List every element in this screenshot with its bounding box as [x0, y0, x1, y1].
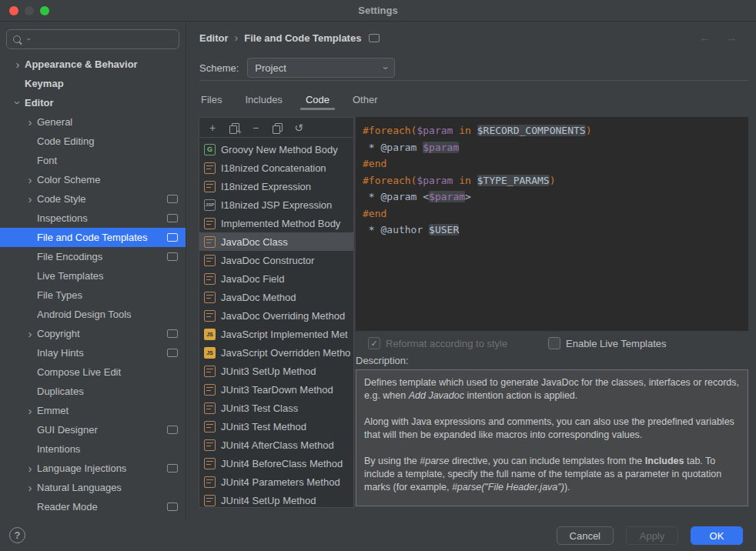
reformat-checkbox[interactable]: ✓ [368, 337, 380, 349]
sidebar-item-color-scheme[interactable]: ›Color Scheme [0, 170, 186, 189]
template-item-junit3-teardown-method[interactable]: JUnit3 TearDown Method [199, 380, 353, 399]
sidebar-item-editor[interactable]: ›Editor [0, 93, 186, 112]
template-item-junit3-test-method[interactable]: JUnit3 Test Method [199, 417, 353, 436]
copy-template-icon[interactable] [271, 122, 283, 134]
template-item-junit4-beforeclass-method[interactable]: JUnit4 BeforeClass Method [199, 454, 353, 473]
template-item-label: JavaDoc Method [221, 292, 296, 303]
sidebar-item-gui-designer[interactable]: GUI Designer [0, 420, 186, 439]
template-item-i18nized-concatenation[interactable]: I18nized Concatenation [199, 159, 353, 177]
template-item-label: JUnit3 SetUp Method [221, 366, 316, 377]
sidebar-item-label: File Types [37, 289, 82, 301]
sidebar-item-natural-languages[interactable]: ›Natural Languages [0, 478, 186, 497]
breadcrumb-item-file-and-code-templates[interactable]: File and Code Templates [244, 32, 361, 44]
template-content-editor[interactable]: #foreach($param in $RECORD_COMPONENTS) *… [356, 117, 748, 331]
sidebar-item-file-encodings[interactable]: File Encodings [0, 247, 186, 266]
description-label: Description: [356, 355, 409, 366]
sidebar-item-duplicates[interactable]: Duplicates [0, 382, 186, 401]
chevron-icon[interactable]: › [12, 96, 24, 110]
template-item-javadoc-field[interactable]: JavaDoc Field [199, 269, 353, 288]
sidebar-item-compose-live-edit[interactable]: Compose Live Edit [0, 362, 186, 382]
chevron-icon[interactable]: › [23, 328, 37, 339]
sidebar-item-code-editing[interactable]: Code Editing [0, 132, 186, 151]
code-line: #foreach($param in $RECORD_COMPONENTS) [363, 122, 741, 139]
template-item-label: I18nized Concatenation [221, 162, 326, 174]
search-input[interactable] [33, 34, 172, 45]
chevron-icon[interactable]: › [11, 58, 25, 70]
zoom-button[interactable] [40, 6, 49, 15]
sidebar-item-keymap[interactable]: Keymap [0, 74, 186, 93]
sidebar-item-live-templates[interactable]: Live Templates [0, 266, 186, 286]
close-button[interactable] [9, 6, 18, 15]
chevron-icon[interactable]: › [23, 482, 37, 493]
sidebar-item-file-types[interactable]: File Types [0, 286, 186, 305]
template-file-icon [204, 476, 216, 488]
sidebar-item-language-injections[interactable]: ›Language Injections [0, 459, 186, 478]
sidebar-item-general[interactable]: ›General [0, 112, 186, 132]
footer-buttons: Cancel Apply OK [557, 526, 743, 545]
sidebar-item-code-style[interactable]: ›Code Style [0, 189, 186, 209]
sidebar-item-emmet[interactable]: ›Emmet [0, 401, 186, 420]
back-button[interactable]: ← [699, 31, 711, 45]
template-item-i18nized-expression[interactable]: I18nized Expression [199, 177, 353, 195]
template-item-junit3-test-class[interactable]: JUnit3 Test Class [199, 399, 353, 417]
help-button[interactable]: ? [9, 527, 25, 543]
breadcrumb: Editor › File and Code Templates [199, 32, 380, 44]
live-templates-checkbox[interactable] [548, 337, 560, 349]
template-file-icon [204, 310, 216, 322]
template-item-javadoc-class[interactable]: JavaDoc Class [199, 232, 353, 251]
settings-tree: ›Appearance & BehaviorKeymap›Editor›Gene… [0, 55, 186, 516]
template-item-groovy-new-method-body[interactable]: GGroovy New Method Body [199, 140, 353, 159]
tab-includes[interactable]: Includes [243, 89, 283, 110]
search-field[interactable]: › [6, 29, 179, 49]
forward-button[interactable]: → [725, 31, 738, 45]
template-item-junit3-setup-method[interactable]: JUnit3 SetUp Method [199, 362, 353, 380]
sidebar-item-label: Language Injections [37, 463, 126, 474]
main-panel: Editor › File and Code Templates ← → Sch… [187, 22, 756, 520]
add-template-icon[interactable]: + [206, 122, 219, 134]
template-item-label: JUnit4 Parameters Method [221, 476, 340, 488]
template-item-javadoc-constructor[interactable]: JavaDoc Constructor [199, 251, 353, 269]
tab-other[interactable]: Other [351, 89, 380, 110]
project-config-icon [167, 252, 178, 261]
reset-template-icon[interactable]: ↺ [293, 122, 305, 134]
sidebar-item-android-design-tools[interactable]: Android Design Tools [0, 305, 186, 324]
tab-files[interactable]: Files [199, 89, 223, 110]
template-item-label: JUnit3 TearDown Method [221, 384, 333, 396]
create-from-template-icon[interactable]: + [228, 122, 240, 134]
sidebar-item-file-and-code-templates[interactable]: File and Code Templates [0, 228, 186, 247]
template-item-label: JavaDoc Field [221, 273, 284, 285]
sidebar-item-intentions[interactable]: Intentions [0, 439, 186, 459]
template-item-junit4-afterclass-method[interactable]: JUnit4 AfterClass Method [199, 436, 353, 454]
sidebar-item-inlay-hints[interactable]: Inlay Hints [0, 343, 186, 362]
template-item-javascript-implemented-met[interactable]: JSJavaScript Implemented Met [199, 325, 353, 343]
breadcrumb-item-editor[interactable]: Editor [199, 32, 229, 44]
tab-code[interactable]: Code [304, 89, 331, 110]
template-item-implemented-method-body[interactable]: Implemented Method Body [199, 214, 353, 232]
template-item-junit4-parameters-method[interactable]: JUnit4 Parameters Method [199, 473, 353, 491]
minimize-button[interactable] [25, 6, 34, 15]
sidebar-item-reader-mode[interactable]: Reader Mode [0, 497, 186, 516]
template-item-label: JUnit4 AfterClass Method [221, 439, 334, 451]
remove-template-icon[interactable]: − [249, 122, 262, 134]
template-item-javadoc-overriding-method[interactable]: JavaDoc Overriding Method [199, 306, 353, 325]
template-item-i18nized-jsp-expression[interactable]: JSPI18nized JSP Expression [199, 195, 353, 214]
sidebar-item-appearance-behavior[interactable]: ›Appearance & Behavior [0, 55, 186, 74]
chevron-icon[interactable]: › [23, 463, 37, 474]
ok-button[interactable]: OK [691, 526, 743, 545]
cancel-button[interactable]: Cancel [557, 526, 614, 545]
chevron-icon[interactable]: › [23, 174, 37, 185]
sidebar-item-font[interactable]: Font [0, 151, 186, 170]
description-paragraph: By using the #parse directive, you can i… [364, 455, 740, 494]
sidebar-item-copyright[interactable]: ›Copyright [0, 324, 186, 343]
chevron-icon[interactable]: › [23, 193, 37, 205]
template-item-javascript-overridden-metho[interactable]: JSJavaScript Overridden Metho [199, 343, 353, 362]
chevron-icon[interactable]: › [23, 405, 37, 416]
sidebar-item-inspections[interactable]: Inspections [0, 209, 186, 228]
js-file-icon: JS [204, 347, 216, 359]
chevron-icon[interactable]: › [23, 116, 37, 128]
template-item-javadoc-method[interactable]: JavaDoc Method [199, 288, 353, 306]
scheme-select[interactable]: Project › [247, 58, 395, 78]
apply-button[interactable]: Apply [626, 526, 678, 545]
template-item-label: JavaDoc Constructor [221, 255, 314, 266]
template-item-junit4-setup-method[interactable]: JUnit4 SetUp Method [199, 491, 353, 507]
